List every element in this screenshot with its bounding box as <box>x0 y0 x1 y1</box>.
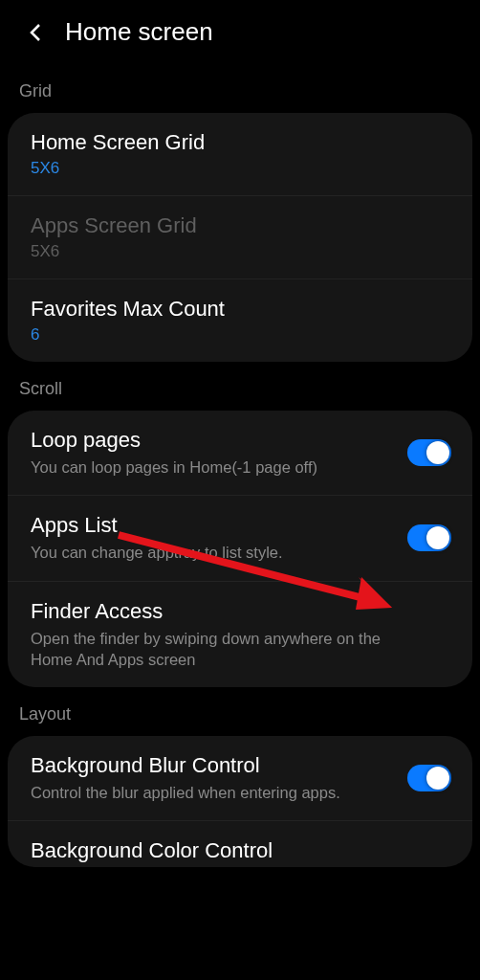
section-header-layout: Layout <box>8 687 472 736</box>
page-title: Home screen <box>65 17 213 47</box>
row-title: Loop pages <box>31 428 449 453</box>
toggle-knob <box>426 441 449 464</box>
row-title: Finder Access <box>31 599 449 624</box>
toggle-apps-list[interactable] <box>407 524 451 551</box>
card-grid: Home Screen Grid 5X6 Apps Screen Grid 5X… <box>8 113 472 362</box>
toggle-loop-pages[interactable] <box>407 439 451 466</box>
row-title: Home Screen Grid <box>31 130 449 155</box>
row-home-screen-grid[interactable]: Home Screen Grid 5X6 <box>8 113 472 195</box>
toggle-knob <box>426 526 449 549</box>
row-bg-blur[interactable]: Background Blur Control Control the blur… <box>8 736 472 820</box>
row-desc: You can change apptray to list style. <box>31 542 394 563</box>
row-desc: Open the finder by swiping down anywhere… <box>31 628 394 671</box>
row-value: 5X6 <box>31 159 449 178</box>
row-value: 5X6 <box>31 242 449 261</box>
row-title: Apps Screen Grid <box>31 213 449 238</box>
toggle-knob <box>426 767 449 790</box>
row-title: Favorites Max Count <box>31 297 449 322</box>
toggle-bg-blur[interactable] <box>407 765 451 791</box>
row-title: Apps List <box>31 513 449 538</box>
row-loop-pages[interactable]: Loop pages You can loop pages in Home(-1… <box>8 411 472 495</box>
card-scroll: Loop pages You can loop pages in Home(-1… <box>8 411 472 687</box>
row-desc: You can loop pages in Home(-1 page off) <box>31 457 394 478</box>
back-icon[interactable] <box>25 21 48 44</box>
row-title: Background Blur Control <box>31 753 449 778</box>
row-title: Background Color Control <box>31 838 449 863</box>
section-header-grid: Grid <box>8 64 472 113</box>
row-value: 6 <box>31 325 449 345</box>
row-apps-screen-grid: Apps Screen Grid 5X6 <box>8 195 472 278</box>
row-favorites-max[interactable]: Favorites Max Count 6 <box>8 278 472 362</box>
section-header-scroll: Scroll <box>8 362 472 411</box>
page-header: Home screen <box>8 10 472 64</box>
row-desc: Control the blur applied when entering a… <box>31 782 394 803</box>
row-finder-access[interactable]: Finder Access Open the finder by swiping… <box>8 581 472 688</box>
row-bg-color[interactable]: Background Color Control <box>8 820 472 867</box>
card-layout: Background Blur Control Control the blur… <box>8 736 472 867</box>
row-apps-list[interactable]: Apps List You can change apptray to list… <box>8 495 472 580</box>
